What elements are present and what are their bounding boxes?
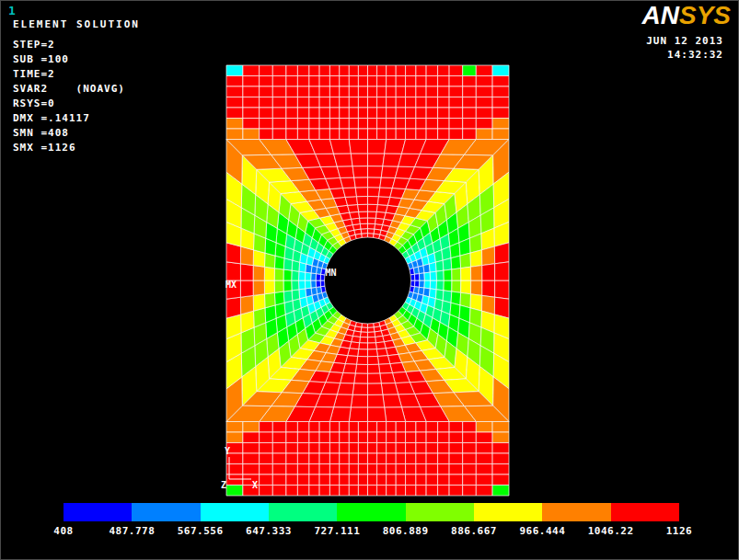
- mesh-element: [350, 211, 360, 219]
- mesh-element: [286, 453, 298, 464]
- mesh-element: [377, 97, 387, 109]
- mesh-element: [349, 86, 358, 97]
- mesh-element: [358, 97, 367, 109]
- mesh-element: [492, 108, 509, 119]
- mesh-element: [309, 76, 319, 87]
- mesh-element: [349, 129, 358, 140]
- mesh-element: [260, 422, 273, 433]
- mesh-element: [337, 166, 353, 178]
- mesh-element: [463, 65, 477, 76]
- mesh-element: [368, 343, 377, 349]
- mesh-element: [253, 266, 264, 280]
- mesh-element: [463, 76, 477, 87]
- mesh-element: [348, 205, 359, 213]
- min-location-label: MN: [326, 268, 337, 278]
- mesh-element: [286, 108, 298, 119]
- mesh-element: [492, 97, 509, 109]
- mesh-element: [449, 65, 463, 76]
- mesh-element: [297, 453, 309, 464]
- mesh-element: [240, 295, 253, 314]
- mesh-element: [340, 108, 350, 119]
- mesh-element: [426, 443, 438, 454]
- mesh-element: [345, 197, 357, 206]
- mesh-element: [387, 129, 397, 140]
- mesh-element: [226, 297, 241, 318]
- mesh-element: [396, 464, 405, 475]
- mesh-element: [319, 65, 329, 76]
- mesh-element: [368, 218, 376, 224]
- mesh-element: [358, 204, 368, 211]
- mesh-element: [436, 270, 444, 280]
- mesh-element: [424, 272, 431, 280]
- mesh-element: [260, 486, 273, 497]
- mesh-element: [283, 269, 292, 280]
- mesh-element: [449, 129, 463, 140]
- mesh-element: [416, 464, 426, 475]
- mesh-element: [368, 332, 375, 337]
- mesh-element: [424, 280, 431, 289]
- mesh-element: [352, 383, 367, 394]
- mesh-element: [426, 464, 438, 475]
- mesh-element: [377, 486, 387, 497]
- mesh-element: [226, 422, 243, 433]
- mesh-element: [334, 154, 353, 166]
- mesh-element: [426, 108, 438, 119]
- mesh-element: [377, 474, 387, 486]
- mesh-element: [463, 453, 477, 464]
- mesh-element: [396, 453, 405, 464]
- mesh-element: [416, 443, 426, 454]
- mesh-element: [387, 432, 397, 443]
- mesh-element: [438, 474, 450, 486]
- mesh-element: [416, 422, 426, 433]
- mesh-element: [272, 97, 286, 109]
- mesh-element: [368, 383, 383, 394]
- mesh-element: [438, 108, 450, 119]
- mesh-element: [286, 474, 298, 486]
- mesh-element: [319, 464, 329, 475]
- mesh-element: [329, 432, 339, 443]
- mesh-element: [387, 76, 397, 87]
- mesh-element: [349, 97, 358, 109]
- mesh-element: [387, 86, 397, 97]
- mesh-element: [226, 129, 243, 140]
- mesh-element: [349, 76, 358, 87]
- mesh-element: [272, 464, 286, 475]
- mesh-element: [329, 119, 339, 130]
- legend-segment: [542, 503, 610, 521]
- mesh-element: [260, 464, 273, 475]
- mesh-element: [243, 422, 260, 433]
- mesh-element: [316, 280, 320, 287]
- mesh-element: [253, 280, 264, 295]
- mesh-element: [377, 65, 387, 76]
- mesh-element: [260, 97, 273, 109]
- mesh-element: [309, 486, 319, 497]
- mesh-element: [319, 443, 329, 454]
- mesh-element: [243, 108, 260, 119]
- mesh-element: [463, 129, 477, 140]
- mesh-element: [449, 86, 463, 97]
- mesh-element: [358, 129, 367, 140]
- mesh-element: [492, 432, 509, 443]
- mesh-element: [368, 474, 377, 486]
- mesh-element: [376, 349, 387, 357]
- mesh-element: [438, 86, 450, 97]
- mesh-element: [309, 453, 319, 464]
- mesh-element: [416, 86, 426, 97]
- mesh-element: [482, 280, 495, 297]
- mesh-element: [297, 119, 309, 130]
- mesh-element: [297, 86, 309, 97]
- mesh-element: [368, 327, 375, 332]
- mesh-element: [377, 422, 387, 433]
- mesh-element: [297, 486, 309, 497]
- mesh-element: [305, 280, 311, 289]
- mesh-element: [340, 129, 350, 140]
- mesh-element: [272, 129, 286, 140]
- mesh-element: [387, 65, 397, 76]
- mesh-element: [340, 432, 350, 443]
- mesh-element: [380, 373, 396, 384]
- mesh-element: [297, 474, 309, 486]
- mesh-element: [361, 229, 367, 234]
- mesh-element: [329, 464, 339, 475]
- mesh-element: [387, 119, 397, 130]
- mesh-element: [319, 108, 329, 119]
